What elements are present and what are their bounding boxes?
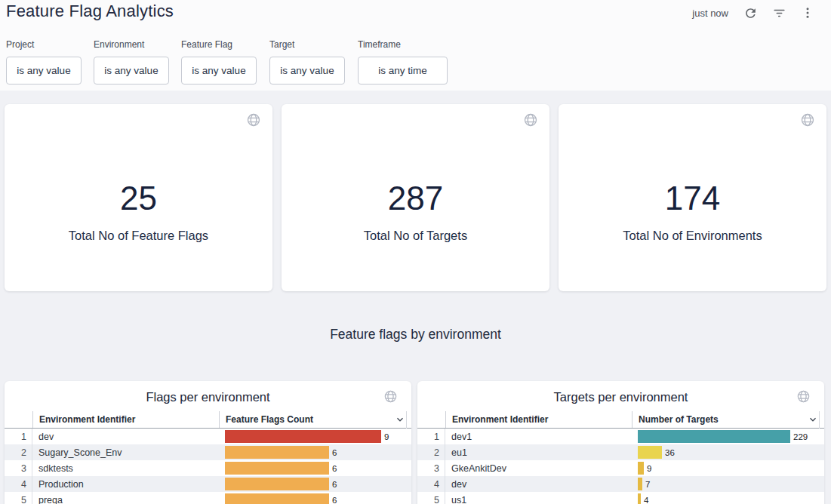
row-index: 5 xyxy=(417,492,445,504)
count-bar xyxy=(638,462,644,475)
column-header-environment[interactable]: Environment Identifier xyxy=(32,411,219,428)
count-cell: 6 xyxy=(218,444,411,460)
column-header-label: Number of Targets xyxy=(639,414,719,425)
table-row[interactable]: 4 dev 7 xyxy=(417,476,824,492)
environment-filter-button[interactable]: is any value xyxy=(94,57,169,85)
filter-feature-flag: Feature Flag is any value xyxy=(181,39,257,85)
environment-cell: Production xyxy=(32,476,218,492)
count-bar xyxy=(225,446,329,459)
count-bar xyxy=(638,446,662,459)
row-index: 1 xyxy=(417,429,445,444)
dashboard-page: Feature Flag Analytics just now Project … xyxy=(0,0,831,504)
count-value: 9 xyxy=(384,432,389,441)
targets-per-environment-card: Targets per environment Environment Iden… xyxy=(417,381,824,504)
count-cell: 7 xyxy=(631,476,824,492)
count-cell: 4 xyxy=(631,492,824,504)
table-row[interactable]: 2 eu1 36 xyxy=(417,444,824,460)
count-cell: 9 xyxy=(218,429,411,444)
table-row[interactable]: 4 Production 6 xyxy=(5,476,411,492)
environment-cell: dev1 xyxy=(445,429,631,444)
table-row[interactable]: 3 GkeAnkitDev 9 xyxy=(417,460,824,476)
count-value: 6 xyxy=(332,448,337,457)
kpi-label: Total No of Environments xyxy=(559,229,826,243)
count-bar xyxy=(225,430,381,443)
table-row[interactable]: 5 us1 4 xyxy=(417,492,824,504)
count-cell: 36 xyxy=(631,444,824,460)
row-number-column-header xyxy=(417,411,445,428)
environment-cell: Sugary_Scone_Env xyxy=(32,444,218,460)
count-bar xyxy=(225,462,329,475)
count-bar xyxy=(225,493,329,504)
row-index: 2 xyxy=(5,444,32,460)
count-bar xyxy=(638,478,642,490)
column-header-environment[interactable]: Environment Identifier xyxy=(445,411,632,428)
column-header-count[interactable]: Number of Targets xyxy=(632,411,824,428)
filter-target: Target is any value xyxy=(269,39,345,85)
environment-cell: GkeAnkitDev xyxy=(445,460,631,476)
filter-label: Project xyxy=(6,39,82,50)
kpi-card-feature-flags: 25 Total No of Feature Flags xyxy=(5,104,272,291)
count-cell: 9 xyxy=(631,460,824,476)
timeframe-filter-button[interactable]: is any time xyxy=(358,57,448,85)
refresh-icon xyxy=(743,6,758,20)
filter-icon xyxy=(772,6,786,20)
count-value: 229 xyxy=(793,432,808,441)
refresh-button[interactable] xyxy=(740,3,760,23)
table-header-row: Environment Identifier Feature Flags Cou… xyxy=(5,411,411,429)
row-index: 4 xyxy=(417,476,445,492)
row-index: 2 xyxy=(417,444,445,460)
table-body: 1 dev 9 2 Sugary_Scone_Env 6 3 xyxy=(5,429,411,504)
count-value: 6 xyxy=(332,464,337,473)
row-index: 4 xyxy=(5,476,32,492)
filter-label: Target xyxy=(269,39,345,50)
top-controls: just now xyxy=(692,3,817,23)
globe-icon xyxy=(800,112,815,128)
environment-cell: prega xyxy=(32,492,218,504)
kpi-value: 25 xyxy=(5,180,272,217)
count-cell: 6 xyxy=(218,460,411,476)
table-row[interactable]: 5 prega 6 xyxy=(5,492,411,504)
count-cell: 6 xyxy=(218,492,411,504)
table-header-row: Environment Identifier Number of Targets xyxy=(417,411,824,429)
environment-cell: dev xyxy=(445,476,631,492)
target-filter-button[interactable]: is any value xyxy=(269,57,345,85)
row-number-column-header xyxy=(5,411,32,428)
section-title: Feature flags by environment xyxy=(0,327,831,343)
page-title: Feature Flag Analytics xyxy=(6,2,174,21)
count-value: 36 xyxy=(665,448,675,457)
kpi-label: Total No of Targets xyxy=(282,229,549,243)
count-bar xyxy=(638,430,790,443)
table-body: 1 dev1 229 2 eu1 36 3 xyxy=(417,429,824,504)
kpi-label: Total No of Feature Flags xyxy=(5,229,272,243)
filter-label: Feature Flag xyxy=(181,39,257,50)
dashboard-canvas: 25 Total No of Feature Flags 287 Total N… xyxy=(0,91,831,504)
table-row[interactable]: 2 Sugary_Scone_Env 6 xyxy=(5,444,411,460)
count-value: 4 xyxy=(644,496,648,504)
globe-icon xyxy=(523,112,538,128)
feature-flag-filter-button[interactable]: is any value xyxy=(181,57,257,85)
column-header-count[interactable]: Feature Flags Count xyxy=(219,411,411,428)
chevron-down-icon[interactable] xyxy=(395,414,405,425)
count-value: 6 xyxy=(332,496,337,504)
globe-icon xyxy=(796,389,811,404)
table-row[interactable]: 1 dev1 229 xyxy=(417,429,824,444)
count-value: 6 xyxy=(332,480,337,489)
chevron-down-icon[interactable] xyxy=(808,414,818,425)
filter-environment: Environment is any value xyxy=(94,39,169,85)
kebab-menu-icon xyxy=(801,6,814,20)
kpi-value: 287 xyxy=(282,180,549,217)
filter-button[interactable] xyxy=(769,3,789,23)
environment-cell: sdktests xyxy=(32,460,218,476)
row-index: 1 xyxy=(5,429,32,444)
filter-label: Timeframe xyxy=(358,39,448,50)
row-index: 3 xyxy=(5,460,32,476)
table-row[interactable]: 3 sdktests 6 xyxy=(5,460,411,476)
count-cell: 229 xyxy=(631,429,824,444)
row-index: 5 xyxy=(5,492,32,504)
more-options-button[interactable] xyxy=(798,3,817,23)
table-title: Targets per environment xyxy=(417,381,824,411)
flags-per-environment-card: Flags per environment Environment Identi… xyxy=(5,381,411,504)
project-filter-button[interactable]: is any value xyxy=(6,57,82,85)
table-row[interactable]: 1 dev 9 xyxy=(5,429,411,444)
count-value: 9 xyxy=(647,464,651,473)
